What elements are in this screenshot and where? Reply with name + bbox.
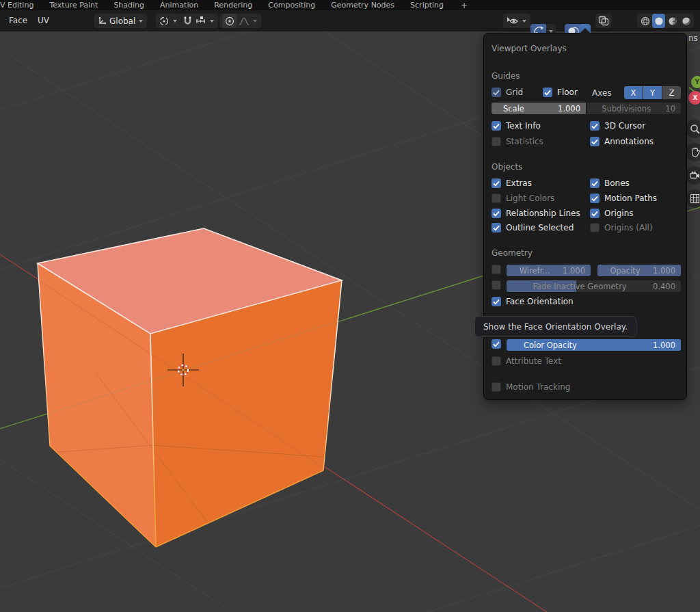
origins-all-row[interactable]: Origins (All) (590, 222, 653, 233)
fade-inactive-checkbox[interactable] (492, 280, 501, 290)
motion-paths-checkbox[interactable] (590, 194, 600, 203)
grid-scale-slider[interactable]: Scale 1.000 (492, 103, 586, 114)
tab-shading[interactable]: Shading (113, 1, 144, 10)
tab-rendering[interactable]: Rendering (214, 1, 252, 10)
tab-compositing[interactable]: Compositing (268, 1, 315, 10)
check-icon (591, 139, 598, 145)
3d-cursor-row[interactable]: 3D Cursor (590, 120, 645, 131)
viewport-zoom-button[interactable] (686, 120, 700, 138)
tab-texture-paint[interactable]: Texture Paint (49, 1, 98, 10)
snapping-controls[interactable] (180, 14, 218, 28)
floor-checkbox[interactable] (543, 88, 552, 97)
transform-orientation-dropdown[interactable]: Global (94, 14, 147, 28)
face-orientation-checkbox[interactable] (492, 297, 501, 306)
face-orientation-row[interactable]: Face Orientation (492, 296, 574, 307)
outline-selected-label: Outline Selected (506, 223, 574, 232)
text-info-row[interactable]: Text Info (492, 120, 541, 131)
wireframe-slider[interactable]: Wirefr... 1.000 (507, 265, 591, 276)
statistics-checkbox[interactable] (492, 137, 501, 146)
viewport-camera-button[interactable] (686, 166, 700, 185)
origins-checkbox[interactable] (590, 209, 600, 218)
chevron-down-icon (549, 30, 553, 33)
origins-all-checkbox[interactable] (590, 223, 600, 232)
bones-row[interactable]: Bones (590, 178, 630, 189)
gizmo-y-axis-ball[interactable]: Y (691, 76, 700, 88)
annotations-checkbox[interactable] (590, 137, 600, 146)
extras-row[interactable]: Extras (492, 178, 532, 189)
origins-row[interactable]: Origins (590, 208, 634, 219)
grid-checkbox-row[interactable]: Grid (492, 87, 523, 98)
motion-tracking-label: Motion Tracking (506, 382, 570, 392)
gizmo-x-axis-ball[interactable]: X (688, 91, 700, 105)
wireframe-checkbox[interactable] (492, 265, 501, 274)
add-workspace-button[interactable]: + (461, 1, 468, 10)
grid-checkbox[interactable] (492, 88, 501, 97)
proportional-circle-icon (225, 16, 234, 26)
viewport-perspective-button[interactable] (686, 189, 700, 208)
attribute-text-row[interactable]: Attribute Text (492, 356, 561, 367)
motion-paths-label: Motion Paths (604, 194, 657, 203)
relationship-lines-row[interactable]: Relationship Lines (492, 208, 580, 219)
magnifier-icon (690, 124, 700, 135)
motion-tracking-checkbox[interactable] (492, 382, 501, 392)
motion-paths-row[interactable]: Motion Paths (590, 193, 657, 204)
proportional-editing-controls[interactable] (219, 14, 261, 28)
outline-selected-row[interactable]: Outline Selected (492, 222, 574, 233)
attribute-text-checkbox[interactable] (492, 356, 501, 366)
text-info-checkbox[interactable] (492, 121, 501, 131)
tab-animation[interactable]: Animation (160, 1, 198, 10)
3d-cursor-checkbox[interactable] (590, 121, 600, 131)
viewport-shading-group (637, 14, 694, 28)
opacity-slider[interactable]: Opacity 1.000 (597, 265, 681, 276)
light-colors-row[interactable]: Light Colors (492, 193, 554, 204)
motion-tracking-row[interactable]: Motion Tracking (492, 382, 570, 393)
shading-material-button[interactable] (666, 14, 679, 28)
gizmo-x-label: X (693, 94, 698, 101)
color-opacity-checkbox[interactable] (492, 339, 501, 349)
guides-section-header: Guides (492, 71, 520, 81)
pivot-point-dropdown[interactable] (156, 14, 181, 28)
options-menu-fragment[interactable]: ns (688, 34, 698, 43)
tab-geometry-nodes[interactable]: Geometry Nodes (331, 1, 394, 10)
statistics-row[interactable]: Statistics (492, 136, 543, 147)
tab-uv-editing[interactable]: UV Editing (0, 1, 33, 10)
extras-label: Extras (506, 178, 532, 188)
shading-rendered-button[interactable] (679, 14, 692, 28)
xray-toggle[interactable] (595, 14, 612, 28)
menu-face[interactable]: Face (9, 16, 27, 25)
color-opacity-slider[interactable]: Color Opacity 1.000 (507, 339, 681, 351)
topbar: UV Editing Texture Paint Shading Animati… (0, 0, 700, 10)
material-sphere-icon (668, 16, 677, 26)
floor-label: Floor (557, 88, 578, 97)
tab-scripting[interactable]: Scripting (410, 1, 444, 10)
fade-inactive-slider[interactable]: Fade Inactive Geometry 0.400 (507, 280, 681, 292)
proportional-editing-toggle[interactable] (222, 14, 237, 28)
show-object-types-dropdown[interactable] (503, 14, 530, 28)
falloff-curve-icon (239, 16, 250, 26)
axes-y-toggle[interactable]: Y (643, 86, 662, 99)
floor-checkbox-row[interactable]: Floor (543, 87, 578, 98)
check-icon (591, 123, 598, 129)
check-icon (544, 90, 551, 96)
shading-solid-button[interactable] (652, 14, 665, 28)
check-icon (493, 225, 500, 231)
shading-wireframe-button[interactable] (638, 14, 651, 28)
axes-x-toggle[interactable]: X (624, 86, 643, 99)
relationship-lines-checkbox[interactable] (492, 209, 501, 218)
grid-label: Grid (506, 88, 523, 97)
outline-selected-checkbox[interactable] (492, 223, 501, 232)
check-icon (591, 211, 598, 217)
scale-value: 1.000 (558, 104, 586, 114)
viewport-move-button[interactable] (686, 143, 700, 161)
bones-checkbox[interactable] (590, 178, 600, 188)
extras-checkbox[interactable] (492, 178, 501, 188)
chevron-down-icon (173, 20, 177, 23)
objects-section-header: Objects (492, 162, 522, 172)
menu-uv[interactable]: UV (38, 16, 49, 25)
axes-z-toggle[interactable]: Z (662, 86, 681, 99)
light-colors-checkbox[interactable] (492, 194, 501, 203)
check-icon (493, 299, 500, 305)
chevron-down-icon (210, 20, 214, 23)
grid-subdivisions-slider[interactable]: Subdivisions 10 (587, 103, 681, 114)
annotations-row[interactable]: Annotations (590, 136, 654, 147)
